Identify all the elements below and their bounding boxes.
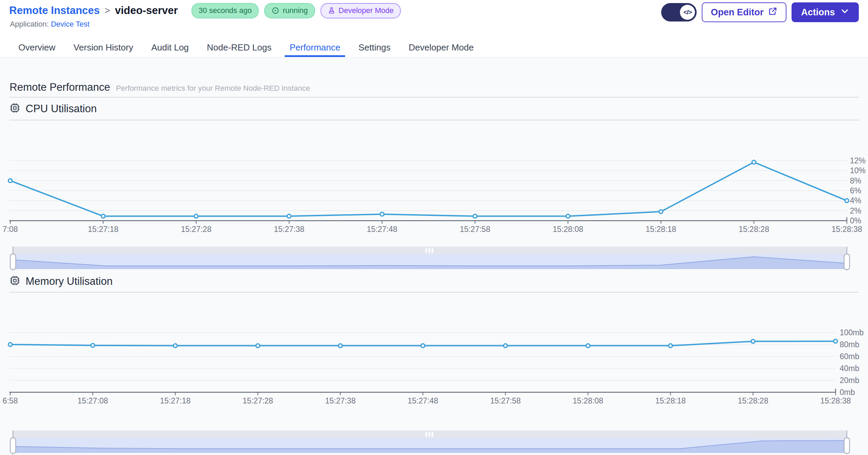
x-axis-tick-label: 15:27:08 [77,396,108,405]
data-point [339,344,342,348]
brush-grip-dots[interactable] [432,248,433,253]
divider [9,97,859,98]
data-point [421,344,425,348]
brush-grip-dots[interactable] [426,432,427,437]
status-badges: 30 seconds ago running D [191,3,401,18]
cpu-chip-icon [9,102,20,115]
chevron-down-icon [840,7,849,18]
data-point [751,339,755,343]
y-axis-tick-label: 60mb [840,352,859,361]
data-point [91,343,95,347]
data-point [752,160,756,164]
y-axis-tick-label: 40mb [840,364,859,373]
data-point [845,199,849,203]
cpu-section-title: CPU Utilisation [26,103,97,115]
actions-label: Actions [801,7,835,18]
divider [9,292,859,293]
data-point [566,214,570,218]
actions-button[interactable]: Actions [792,2,859,22]
tab-audit-log[interactable]: Audit Log [151,38,189,57]
breadcrumb-remote-instances-link[interactable]: Remote Instances [9,4,100,17]
tab-bar: Overview Version History Audit Log Node-… [18,38,474,57]
x-axis-tick-label: 15:28:38 [820,396,851,405]
external-link-icon [768,6,778,18]
data-point [669,344,672,348]
data-point [380,212,384,216]
x-axis-tick-label: 15:27:18 [160,396,191,405]
running-status-badge: running [264,3,315,18]
tab-version-history[interactable]: Version History [73,38,134,57]
y-axis-tick-label: 12% [850,156,866,165]
brush-grip-dots[interactable] [429,432,430,437]
developer-mode-toggle[interactable]: </> [661,3,697,21]
y-axis-tick-label: 4% [850,196,861,205]
y-axis-tick-label: 10% [850,166,866,175]
data-point [473,214,477,218]
x-axis-tick-label: 15:27:28 [243,396,273,405]
page-title: Remote Performance [10,81,110,93]
open-editor-button[interactable]: Open Editor [702,2,786,22]
x-axis-tick-label: 15:27:38 [325,396,356,405]
y-axis-tick-label: 20mb [840,376,859,385]
data-point [101,214,105,218]
y-axis-tick-label: 2% [850,206,861,215]
x-axis-tick-label: 15:27:28 [181,225,212,234]
last-seen-badge: 30 seconds ago [191,3,259,18]
y-axis-tick-label: 100mb [840,328,864,337]
data-point [173,344,177,348]
memory-utilisation-chart: 0mb20mb40mb60mb80mb100mb6:5815:27:0815:2… [0,297,868,455]
data-point [586,344,590,348]
brush-left-handle[interactable] [10,438,16,454]
header-controls: </> Open Editor Actions [661,2,859,22]
instance-name: video-server [115,4,178,17]
y-axis-tick-label: 0% [850,216,861,225]
last-seen-badge-label: 30 seconds ago [199,6,252,15]
developer-mode-badge: Developer Mode [321,3,401,18]
data-point [659,210,663,214]
tab-overview[interactable]: Overview [18,38,56,57]
tab-node-red-logs[interactable]: Node-RED Logs [206,38,272,57]
open-editor-label: Open Editor [711,7,764,18]
brush-grip-dots[interactable] [429,248,430,253]
play-circle-icon [271,6,280,15]
brush-right-handle[interactable] [844,438,850,454]
data-point [834,339,838,343]
tab-performance[interactable]: Performance [289,38,341,57]
application-label: Application: [10,20,49,28]
x-axis-tick-label: 15:27:48 [408,396,438,405]
y-axis-tick-label: 80mb [840,340,859,349]
x-axis-tick-label: 15:27:58 [460,225,490,234]
x-axis-tick-label: 15:28:08 [573,396,603,405]
brush-right-handle[interactable] [844,254,850,270]
tab-developer-mode[interactable]: Developer Mode [408,38,474,57]
x-axis-tick-label: 7:08 [3,225,18,234]
breadcrumb: Remote Instances > video-server 30 secon… [9,3,401,18]
brush-left-handle[interactable] [10,254,16,270]
cpu-section-heading: CPU Utilisation [9,102,97,115]
application-link[interactable]: Device Test [51,20,89,28]
x-axis-tick-label: 15:28:08 [553,225,583,234]
x-axis-tick-label: 15:28:28 [738,396,768,405]
brush-grip-dots[interactable] [432,432,433,437]
brush-grip-dots[interactable] [426,248,427,253]
cpu-utilisation-chart: 0%2%4%6%8%10%12%7:0815:27:1815:27:2815:2… [0,123,868,273]
developer-mode-badge-label: Developer Mode [339,6,394,15]
tab-settings[interactable]: Settings [358,38,391,57]
breadcrumb-separator: > [104,5,110,16]
x-axis-tick-label: 15:28:38 [831,225,862,234]
x-axis-tick-label: 15:28:18 [646,225,677,234]
data-point [503,344,507,348]
x-axis-tick-label: 6:58 [3,396,18,405]
data-point [9,343,12,347]
y-axis-tick-label: 6% [850,186,861,195]
x-axis-tick-label: 15:27:58 [490,396,521,405]
instance-performance-page: Remote Instances > video-server 30 secon… [0,0,868,455]
x-axis-tick-label: 15:27:18 [88,225,119,234]
data-point [194,214,198,218]
page-subtitle: Performance metrics for your Remote Node… [116,84,310,93]
memory-section-title: Memory Utilisation [26,275,113,288]
code-icon: </> [680,5,695,20]
y-axis-tick-label: 8% [850,176,861,185]
y-axis-tick-label: 0mb [840,388,855,397]
x-axis-tick-label: 15:28:28 [739,225,769,234]
